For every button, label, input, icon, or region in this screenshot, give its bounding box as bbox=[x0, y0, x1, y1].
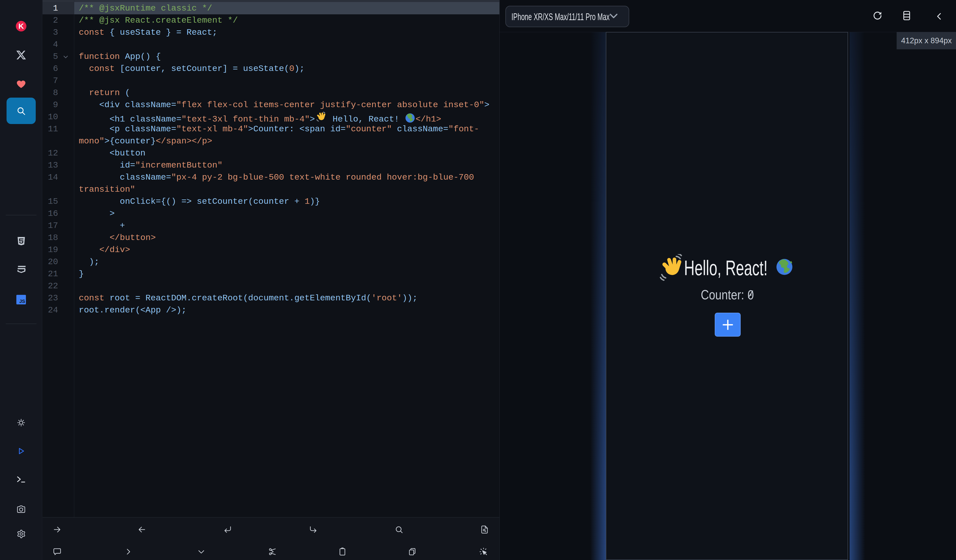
svg-text:K: K bbox=[18, 22, 24, 30]
